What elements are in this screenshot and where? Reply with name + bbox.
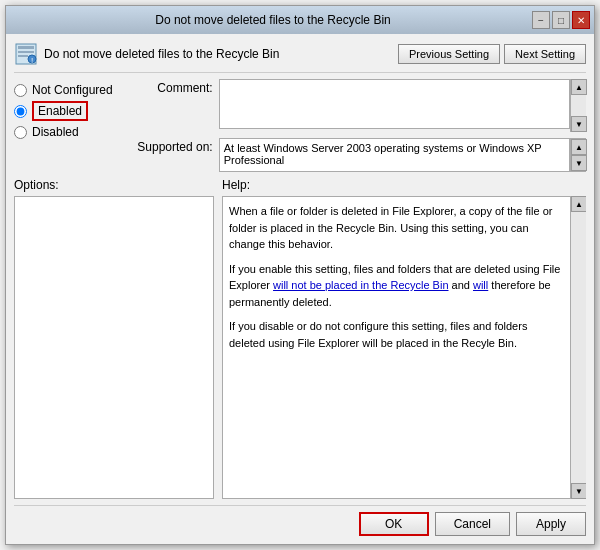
- supported-scroll-down[interactable]: ▼: [571, 155, 587, 171]
- main-window: Do not move deleted files to the Recycle…: [5, 5, 595, 545]
- radio-not-configured-input[interactable]: [14, 84, 27, 97]
- title-bar-text: Do not move deleted files to the Recycle…: [14, 13, 532, 27]
- cancel-button[interactable]: Cancel: [435, 512, 510, 536]
- svg-rect-3: [18, 55, 28, 57]
- svg-rect-2: [18, 51, 34, 53]
- policy-header-title: Do not move deleted files to the Recycle…: [44, 47, 279, 61]
- supported-wrapper: At least Windows Server 2003 operating s…: [219, 138, 586, 172]
- comment-label: Comment:: [123, 79, 213, 95]
- window-body: ! Do not move deleted files to the Recyc…: [6, 34, 594, 544]
- radio-disabled[interactable]: Disabled: [14, 125, 113, 139]
- supported-scroll-up[interactable]: ▲: [571, 139, 587, 155]
- right-col: Help: When a file or folder is deleted i…: [222, 178, 586, 499]
- radio-not-configured-label: Not Configured: [32, 83, 113, 97]
- header-title: ! Do not move deleted files to the Recyc…: [14, 42, 279, 66]
- radio-enabled-input[interactable]: [14, 105, 27, 118]
- options-box: [14, 196, 214, 499]
- help-para-1: When a file or folder is deleted in File…: [229, 203, 565, 253]
- policy-icon: !: [14, 42, 38, 66]
- help-highlight-2: will: [473, 279, 488, 291]
- radio-group: Not Configured Enabled Disabled: [14, 79, 113, 172]
- svg-rect-1: [18, 46, 34, 49]
- comment-row: Comment: ▲ ▼: [123, 79, 586, 132]
- help-scroll-up[interactable]: ▲: [571, 196, 586, 212]
- help-scroll-down[interactable]: ▼: [571, 483, 586, 499]
- svg-text:!: !: [31, 56, 33, 65]
- apply-button[interactable]: Apply: [516, 512, 586, 536]
- title-bar-controls: − □ ✕: [532, 11, 590, 29]
- supported-value: At least Windows Server 2003 operating s…: [219, 138, 570, 172]
- help-para-2: If you enable this setting, files and fo…: [229, 261, 565, 311]
- options-label: Options:: [14, 178, 214, 192]
- header-row: ! Do not move deleted files to the Recyc…: [14, 42, 586, 73]
- minimize-button[interactable]: −: [532, 11, 550, 29]
- radio-enabled-label: Enabled: [32, 101, 88, 121]
- close-button[interactable]: ✕: [572, 11, 590, 29]
- prev-setting-button[interactable]: Previous Setting: [398, 44, 500, 64]
- next-setting-button[interactable]: Next Setting: [504, 44, 586, 64]
- supported-row: Supported on: At least Windows Server 20…: [123, 138, 586, 172]
- help-highlight-1: will not be placed in the Recycle Bin: [273, 279, 448, 291]
- radio-enabled[interactable]: Enabled: [14, 101, 113, 121]
- help-label: Help:: [222, 178, 586, 192]
- radio-not-configured[interactable]: Not Configured: [14, 83, 113, 97]
- middle-section: Options: Help: When a file or folder is …: [14, 178, 586, 499]
- help-scrollbar: ▲ ▼: [570, 196, 586, 499]
- comment-textarea[interactable]: [219, 79, 570, 129]
- left-col: Options:: [14, 178, 214, 499]
- comment-scrollbar: ▲ ▼: [570, 79, 586, 132]
- top-section: Not Configured Enabled Disabled Comment:: [14, 79, 586, 172]
- radio-disabled-label: Disabled: [32, 125, 79, 139]
- comment-scroll-down[interactable]: ▼: [571, 116, 587, 132]
- maximize-button[interactable]: □: [552, 11, 570, 29]
- ok-button[interactable]: OK: [359, 512, 429, 536]
- comment-supported-col: Comment: ▲ ▼ Supported on: At least Wind…: [123, 79, 586, 172]
- help-para-3: If you disable or do not configure this …: [229, 318, 565, 351]
- comment-scroll-up[interactable]: ▲: [571, 79, 587, 95]
- radio-disabled-input[interactable]: [14, 126, 27, 139]
- supported-label: Supported on:: [123, 138, 213, 154]
- comment-field: ▲ ▼: [219, 79, 586, 132]
- supported-scrollbar: ▲ ▼: [570, 138, 586, 172]
- help-container: When a file or folder is deleted in File…: [222, 196, 586, 499]
- title-bar: Do not move deleted files to the Recycle…: [6, 6, 594, 34]
- bottom-bar: OK Cancel Apply: [14, 505, 586, 536]
- nav-buttons: Previous Setting Next Setting: [398, 44, 586, 64]
- help-box: When a file or folder is deleted in File…: [222, 196, 586, 499]
